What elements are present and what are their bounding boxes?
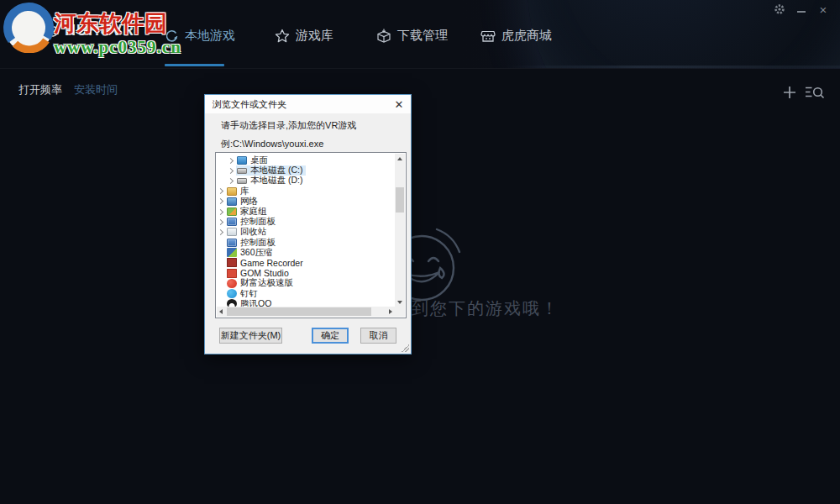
minimize-button[interactable] bbox=[795, 2, 808, 17]
tree-item[interactable]: Game Recorder bbox=[216, 258, 395, 268]
desktop-icon bbox=[237, 156, 247, 165]
app-caifuda-icon bbox=[227, 279, 237, 288]
control-panel-icon bbox=[227, 239, 237, 247]
app-logo: HUHUVR bbox=[46, 22, 134, 39]
search-filter-icon bbox=[806, 88, 824, 98]
drive-icon bbox=[237, 178, 247, 184]
expand-chevron-icon[interactable] bbox=[218, 259, 225, 266]
tree-item[interactable]: 本地磁盘 (C:) bbox=[216, 165, 395, 176]
library-icon bbox=[227, 187, 237, 196]
expand-chevron-icon[interactable] bbox=[218, 197, 225, 205]
tree-item[interactable]: 桌面 bbox=[216, 155, 395, 165]
folder-tree: 桌面 本地磁盘 (C:) 本地磁盘 (D:) bbox=[215, 152, 407, 318]
homegroup-icon bbox=[227, 207, 237, 216]
tree-item-body[interactable]: 腾讯QQ bbox=[226, 299, 275, 307]
expand-chevron-icon[interactable] bbox=[228, 177, 235, 185]
dialog-resize-grip[interactable] bbox=[402, 344, 409, 352]
app-recorder-icon bbox=[227, 258, 237, 267]
content-toolbar bbox=[783, 84, 825, 101]
tab-huhu-store[interactable]: 虎虎商城 bbox=[480, 28, 552, 44]
tree-item-label: Game Recorder bbox=[240, 258, 303, 268]
planet-horizon bbox=[504, 66, 840, 69]
tree-item-label: GOM Studio bbox=[240, 268, 289, 278]
add-game-button[interactable] bbox=[783, 86, 796, 99]
download-box-icon bbox=[376, 29, 391, 44]
scroll-right-button[interactable] bbox=[386, 307, 395, 317]
gamepad-icon bbox=[46, 24, 60, 38]
expand-chevron-icon[interactable] bbox=[218, 249, 225, 256]
app-qq-icon bbox=[227, 299, 237, 307]
app-dingtalk-icon bbox=[227, 289, 237, 298]
tab-label: 游戏库 bbox=[296, 28, 333, 44]
tab-download-manager[interactable]: 下载管理 bbox=[376, 28, 448, 44]
app-360-icon bbox=[227, 248, 237, 257]
expand-chevron-icon[interactable] bbox=[218, 280, 225, 287]
dialog-example-text: 例:C:\Windows\youxi.exe bbox=[221, 138, 323, 150]
dialog-close-button[interactable]: ✕ bbox=[387, 95, 411, 113]
expand-chevron-icon[interactable] bbox=[218, 187, 225, 195]
store-icon bbox=[480, 29, 496, 44]
window-controls: × bbox=[773, 2, 830, 17]
sort-install-time[interactable]: 安装时间 bbox=[74, 82, 118, 97]
app-gom-icon bbox=[227, 269, 237, 278]
scroll-down-button[interactable] bbox=[395, 297, 405, 307]
folder-tree-list: 桌面 本地磁盘 (C:) 本地磁盘 (D:) bbox=[216, 154, 395, 307]
plus-icon bbox=[784, 87, 795, 98]
recycle-bin-icon bbox=[227, 228, 237, 236]
scroll-left-button[interactable] bbox=[217, 307, 226, 317]
expand-chevron-icon[interactable] bbox=[218, 228, 225, 236]
dialog-titlebar[interactable]: 浏览文件或文件夹 ✕ bbox=[205, 95, 411, 113]
tree-item-body[interactable]: 财富达极速版 bbox=[226, 278, 297, 288]
scroll-up-button[interactable] bbox=[395, 154, 405, 163]
local-games-icon bbox=[165, 29, 179, 43]
minimize-icon bbox=[797, 11, 806, 13]
tree-item-label: 本地磁盘 (D:) bbox=[250, 175, 302, 186]
tab-label: 本地游戏 bbox=[185, 28, 235, 44]
tree-item-body[interactable]: 360压缩 bbox=[226, 248, 276, 258]
app-logo-text: HUHUVR bbox=[65, 22, 134, 39]
scrollbar-corner bbox=[395, 307, 405, 317]
star-icon bbox=[275, 29, 290, 44]
close-icon: ✕ bbox=[395, 98, 404, 111]
tab-game-library[interactable]: 游戏库 bbox=[275, 28, 333, 44]
dialog-title: 浏览文件或文件夹 bbox=[213, 98, 286, 111]
tab-local-games[interactable]: 本地游戏 bbox=[165, 28, 235, 44]
close-icon: × bbox=[820, 3, 827, 16]
sort-open-frequency[interactable]: 打开频率 bbox=[18, 82, 62, 97]
tree-item-label: 腾讯QQ bbox=[240, 298, 271, 307]
horizontal-scrollbar[interactable] bbox=[217, 307, 395, 317]
expand-chevron-icon[interactable] bbox=[218, 270, 225, 277]
cancel-button[interactable]: 取消 bbox=[360, 328, 396, 344]
close-window-button[interactable]: × bbox=[816, 2, 830, 17]
drive-icon bbox=[237, 168, 247, 174]
horizontal-scroll-thumb[interactable] bbox=[227, 307, 371, 316]
tree-item[interactable]: 腾讯QQ bbox=[216, 299, 395, 307]
expand-chevron-icon[interactable] bbox=[218, 208, 225, 216]
new-folder-button[interactable]: 新建文件夹(M) bbox=[219, 328, 282, 344]
expand-chevron-icon[interactable] bbox=[228, 167, 235, 175]
empty-state-message: 到您下的游戏哦！ bbox=[412, 297, 559, 320]
expand-chevron-icon[interactable] bbox=[218, 290, 225, 297]
tree-item-body[interactable]: Game Recorder bbox=[226, 258, 307, 268]
search-button[interactable] bbox=[805, 84, 825, 101]
tab-label: 下载管理 bbox=[397, 28, 448, 44]
tree-item[interactable]: 360压缩 bbox=[216, 248, 395, 258]
ok-button[interactable]: 确定 bbox=[312, 328, 349, 344]
settings-button[interactable] bbox=[773, 2, 786, 17]
expand-chevron-icon[interactable] bbox=[218, 239, 225, 246]
network-icon bbox=[227, 197, 237, 206]
expand-chevron-icon[interactable] bbox=[228, 157, 235, 165]
expand-chevron-icon[interactable] bbox=[218, 300, 225, 307]
vertical-scrollbar[interactable] bbox=[395, 154, 405, 307]
dialog-hint-text: 请手动选择目录,添加您的VR游戏 bbox=[221, 119, 356, 132]
expand-chevron-icon[interactable] bbox=[218, 218, 225, 226]
control-panel-icon bbox=[227, 218, 237, 226]
gear-icon bbox=[774, 3, 785, 15]
browse-folder-dialog: 浏览文件或文件夹 ✕ 请手动选择目录,添加您的VR游戏 例:C:\Windows… bbox=[204, 94, 412, 354]
tab-label: 虎虎商城 bbox=[501, 28, 552, 44]
tree-item-label: 360压缩 bbox=[240, 247, 273, 259]
app-header: HUHUVR 本地游戏 游戏库 下载管理 虎虎商城 bbox=[0, 0, 840, 69]
active-tab-underline bbox=[165, 64, 224, 66]
vertical-scroll-thumb[interactable] bbox=[396, 187, 404, 213]
